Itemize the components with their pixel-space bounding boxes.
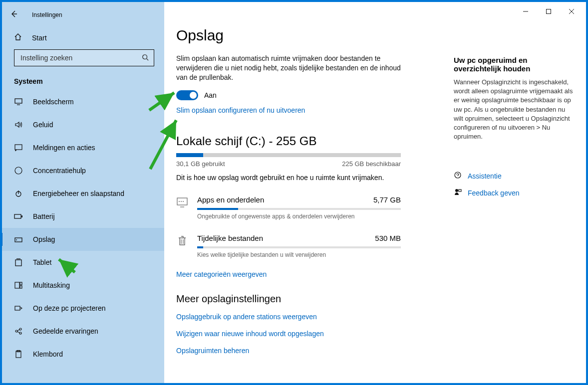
sidebar-item-concentratiehulp[interactable]: Concentratiehulp	[2, 159, 164, 182]
sidebar-item-gedeelde-ervaringen[interactable]: Gedeelde ervaringen	[2, 320, 164, 343]
more-categories-link[interactable]: Meer categorieën weergeven	[176, 270, 401, 278]
tablet-icon	[14, 258, 23, 267]
sidebar-item-label: Energiebeheer en slaapstand	[33, 190, 124, 197]
svg-rect-26	[547, 9, 551, 14]
sidebar-group-title: Systeem	[2, 66, 164, 90]
disk-usage-bar	[176, 153, 401, 157]
category-size: 530 MB	[375, 234, 401, 242]
feedback-icon	[454, 188, 462, 198]
window-controls	[514, 4, 583, 19]
svg-point-37	[455, 189, 458, 192]
close-button[interactable]	[560, 4, 583, 19]
svg-point-11	[16, 239, 17, 240]
svg-line-22	[17, 332, 19, 333]
svg-point-30	[179, 201, 180, 202]
disk-title: Lokale schijf (C:) - 255 GB	[176, 134, 401, 148]
sidebar-item-multitasking[interactable]: Multitasking	[2, 274, 164, 297]
power-icon	[14, 189, 23, 198]
sidebar-item-label: Tablet	[33, 258, 51, 266]
sidebar-nav: BeeldschermGeluidMeldingen en actiesConc…	[2, 90, 164, 366]
storage-categories: Apps en onderdelen5,77 GBOngebruikte of …	[176, 192, 401, 268]
maximize-button[interactable]	[537, 4, 560, 19]
more-settings-links: Opslaggebruik op andere stations weergev…	[176, 313, 401, 355]
sidebar-item-opslag[interactable]: Opslag	[2, 228, 164, 251]
home-icon	[14, 33, 23, 42]
svg-rect-5	[15, 145, 22, 150]
right-title: Uw pc opgeruimd en overzichtelijk houden	[454, 56, 574, 73]
svg-rect-15	[20, 282, 22, 285]
main-column: Opslag Slim opslaan kan automatisch ruim…	[176, 27, 401, 364]
project-icon	[14, 304, 23, 313]
content-area: Opslag Slim opslaan kan automatisch ruim…	[164, 2, 586, 383]
help-link-row[interactable]: Feedback geven	[454, 188, 574, 198]
svg-line-21	[17, 330, 19, 331]
category-name: Apps en onderdelen	[197, 195, 264, 204]
right-column: Uw pc opgeruimd en overzichtelijk houden…	[454, 56, 574, 205]
sidebar-item-op-deze-pc-projecteren[interactable]: Op deze pc projecteren	[2, 297, 164, 320]
more-settings-heading: Meer opslaginstellingen	[176, 293, 401, 305]
sidebar-item-batterij[interactable]: Batterij	[2, 205, 164, 228]
category-bar	[197, 246, 401, 248]
svg-point-32	[183, 201, 184, 202]
focus-assist-icon	[14, 166, 23, 175]
sidebar-item-geluid[interactable]: Geluid	[2, 113, 164, 136]
sidebar-item-klembord[interactable]: Klembord	[2, 343, 164, 366]
sidebar-home-label: Start	[32, 34, 47, 42]
arrow-left-icon	[10, 10, 18, 18]
category-name: Tijdelijke bestanden	[197, 234, 263, 242]
svg-point-20	[19, 332, 21, 334]
category-hint: Kies welke tijdelijke bestanden u wilt v…	[197, 251, 401, 258]
trash-icon	[176, 235, 188, 247]
svg-point-31	[181, 201, 182, 202]
search-input[interactable]	[19, 53, 142, 62]
minimize-button[interactable]	[514, 4, 537, 19]
category-bar	[197, 208, 401, 210]
search-box[interactable]	[14, 49, 154, 66]
help-link-row[interactable]: Assistentie	[454, 171, 574, 181]
display-icon	[14, 97, 23, 106]
multitasking-icon	[14, 281, 23, 290]
shared-icon	[14, 327, 23, 336]
storage-sense-toggle[interactable]	[176, 90, 198, 100]
apps-icon	[176, 196, 188, 208]
clipboard-icon	[14, 350, 23, 359]
titlebar: Instellingen	[2, 6, 164, 26]
svg-rect-14	[15, 282, 19, 288]
disk-description: Dit is hoe uw opslag wordt gebruikt en h…	[176, 174, 401, 182]
storage-icon	[14, 235, 23, 244]
svg-point-19	[19, 328, 21, 330]
sidebar-item-label: Opslag	[33, 235, 55, 243]
sidebar-item-energiebeheer-en-slaapstand[interactable]: Energiebeheer en slaapstand	[2, 182, 164, 205]
sidebar-home[interactable]: Start	[2, 26, 164, 49]
svg-rect-9	[21, 215, 22, 217]
help-link-label: Feedback geven	[468, 189, 520, 197]
configure-storage-sense-link[interactable]: Slim opslaan configureren of nu uitvoere…	[176, 106, 401, 114]
sidebar-item-label: Gedeelde ervaringen	[33, 327, 98, 335]
svg-rect-8	[14, 214, 21, 218]
sidebar-item-meldingen-en-acties[interactable]: Meldingen en acties	[2, 136, 164, 159]
right-body: Wanneer Opslaginzicht is ingeschakeld, w…	[454, 78, 574, 141]
settings-link[interactable]: Opslagruimten beheren	[176, 347, 401, 355]
sidebar-item-label: Batterij	[33, 212, 55, 220]
back-button[interactable]	[8, 10, 20, 20]
svg-point-1	[143, 54, 147, 59]
settings-link[interactable]: Wijzigen waar nieuwe inhoud wordt opgesl…	[176, 330, 401, 338]
page-title: Opslag	[176, 27, 401, 44]
svg-point-18	[15, 330, 17, 332]
settings-link[interactable]: Opslaggebruik op andere stations weergev…	[176, 313, 401, 321]
svg-rect-38	[459, 190, 461, 192]
storage-sense-description: Slim opslaan kan automatisch ruimte vrij…	[176, 54, 401, 82]
svg-rect-3	[15, 99, 22, 103]
sidebar-item-beeldscherm[interactable]: Beeldscherm	[2, 90, 164, 113]
sidebar-item-label: Concentratiehulp	[33, 167, 86, 175]
toggle-state-label: Aan	[204, 91, 217, 99]
sidebar-item-tablet[interactable]: Tablet	[2, 251, 164, 274]
svg-line-2	[147, 58, 149, 60]
help-link-label: Assistentie	[468, 172, 502, 180]
storage-category[interactable]: Apps en onderdelen5,77 GBOngebruikte of …	[176, 192, 401, 230]
disk-used-label: 30,1 GB gebruikt	[176, 160, 225, 168]
sidebar-item-label: Meldingen en acties	[33, 144, 95, 152]
sidebar-item-label: Geluid	[33, 121, 53, 129]
category-size: 5,77 GB	[373, 195, 401, 204]
storage-category[interactable]: Tijdelijke bestanden530 MBKies welke tij…	[176, 230, 401, 268]
